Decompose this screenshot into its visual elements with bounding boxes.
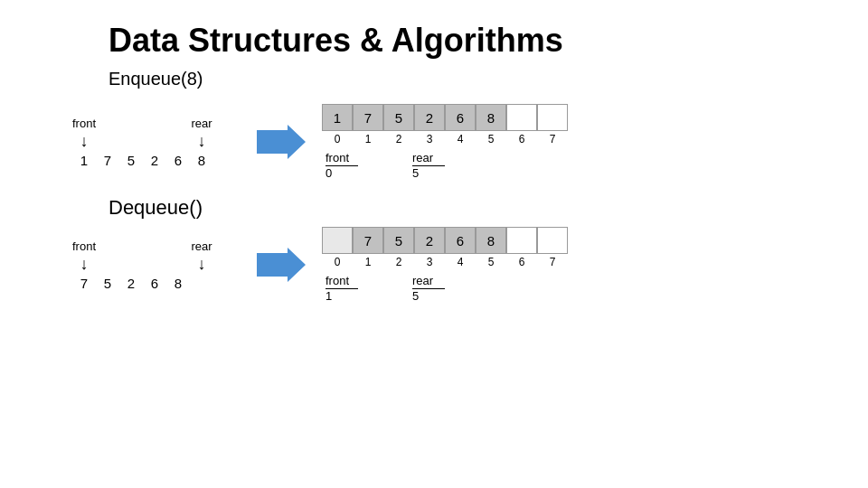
enqueue-rear-arrow: ↓ <box>190 132 213 151</box>
enqueue-idx-2: 2 <box>383 133 414 145</box>
enqueue-res-cell-6 <box>506 104 537 131</box>
dequeue-cell-1: 5 <box>96 276 119 291</box>
dequeue-res-cell-6 <box>506 227 537 254</box>
enqueue-front-label: front <box>72 117 96 130</box>
enqueue-arrows-row: ↓ ↓ <box>72 132 213 151</box>
enqueue-idx-3: 3 <box>414 133 445 145</box>
enqueue-res-cell-5: 8 <box>476 104 506 131</box>
dequeue-front-fr-val: 1 <box>326 289 332 303</box>
enqueue-front-fr-label: front <box>326 151 358 166</box>
dequeue-result-indexes: 0 1 2 3 4 5 6 7 <box>322 256 568 268</box>
enqueue-res-cell-7 <box>537 104 568 131</box>
dequeue-rear-fr: rear 5 <box>412 274 445 303</box>
enqueue-front-arrow: ↓ <box>72 132 96 151</box>
enqueue-rear-fr-val: 5 <box>412 166 419 180</box>
enqueue-res-cell-1: 7 <box>353 104 383 131</box>
enqueue-res-cell-3: 2 <box>414 104 445 131</box>
dequeue-idx-6: 6 <box>506 256 537 268</box>
dequeue-res-cell-1: 7 <box>353 227 383 254</box>
dequeue-fr-labels: front 1 rear 5 <box>326 274 445 303</box>
dequeue-front-fr-label: front <box>326 274 358 289</box>
enqueue-front-fr: front 0 <box>326 151 358 180</box>
dequeue-cell-3: 6 <box>143 276 166 291</box>
svg-marker-1 <box>257 248 306 282</box>
svg-marker-0 <box>257 125 306 159</box>
enqueue-input-diagram: front rear ↓ ↓ 1 7 5 2 6 8 <box>72 117 213 168</box>
enqueue-cell-3: 2 <box>143 153 166 168</box>
dequeue-label: Dequeue() <box>0 189 868 227</box>
dequeue-result-grid: 7 5 2 6 8 0 1 2 3 4 5 6 7 front 1 rear 5 <box>322 227 568 303</box>
enqueue-res-cell-0: 1 <box>322 104 353 131</box>
dequeue-front-arrow: ↓ <box>72 255 96 274</box>
enqueue-arrow-labels: front rear <box>72 117 213 130</box>
dequeue-rear-fr-val: 5 <box>412 289 419 303</box>
dequeue-arrow-labels: front rear <box>72 239 213 253</box>
enqueue-result-indexes: 0 1 2 3 4 5 6 7 <box>322 133 568 145</box>
dequeue-idx-4: 4 <box>445 256 476 268</box>
dequeue-rear-label: rear <box>190 239 213 253</box>
dequeue-rear-fr-label: rear <box>412 274 445 289</box>
enqueue-idx-1: 1 <box>353 133 383 145</box>
enqueue-cells: 1 7 5 2 6 8 <box>72 153 213 168</box>
enqueue-cell-4: 6 <box>166 153 190 168</box>
dequeue-cell-4: 8 <box>166 276 190 291</box>
page-title: Data Structures & Algorithms <box>0 0 868 69</box>
enqueue-res-cell-4: 6 <box>445 104 476 131</box>
enqueue-arrow-icon <box>257 125 306 159</box>
enqueue-idx-6: 6 <box>506 133 537 145</box>
enqueue-rear-fr: rear 5 <box>412 151 445 180</box>
enqueue-idx-7: 7 <box>537 133 568 145</box>
enqueue-rear-fr-label: rear <box>412 151 445 166</box>
dequeue-idx-1: 1 <box>353 256 383 268</box>
dequeue-arrow-icon <box>257 248 306 282</box>
enqueue-res-cell-2: 5 <box>383 104 414 131</box>
dequeue-idx-7: 7 <box>537 256 568 268</box>
dequeue-res-cell-3: 2 <box>414 227 445 254</box>
dequeue-res-cell-7 <box>537 227 568 254</box>
enqueue-cell-2: 5 <box>119 153 143 168</box>
dequeue-res-cell-2: 5 <box>383 227 414 254</box>
dequeue-res-cell-4: 6 <box>445 227 476 254</box>
enqueue-result-cells: 1 7 5 2 6 8 <box>322 104 568 131</box>
enqueue-idx-5: 5 <box>476 133 506 145</box>
dequeue-idx-3: 3 <box>414 256 445 268</box>
enqueue-front-fr-val: 0 <box>326 166 332 180</box>
enqueue-cell-1: 7 <box>96 153 119 168</box>
dequeue-input-diagram: front rear ↓ ↓ 7 5 2 6 8 <box>72 239 213 291</box>
dequeue-result-cells: 7 5 2 6 8 <box>322 227 568 254</box>
dequeue-front-label: front <box>72 239 96 253</box>
enqueue-cell-5: 8 <box>190 153 213 168</box>
enqueue-result-grid: 1 7 5 2 6 8 0 1 2 3 4 5 6 7 front 0 rear <box>322 104 568 180</box>
dequeue-cell-0: 7 <box>72 276 96 291</box>
dequeue-res-cell-0 <box>322 227 353 254</box>
enqueue-idx-0: 0 <box>322 133 353 145</box>
enqueue-cell-0: 1 <box>72 153 96 168</box>
dequeue-rear-arrow: ↓ <box>190 255 213 274</box>
dequeue-idx-2: 2 <box>383 256 414 268</box>
enqueue-label: Enqueue(8) <box>0 69 868 104</box>
dequeue-front-fr: front 1 <box>326 274 358 303</box>
dequeue-cells: 7 5 2 6 8 <box>72 276 190 291</box>
enqueue-fr-labels: front 0 rear 5 <box>326 151 445 180</box>
dequeue-idx-0: 0 <box>322 256 353 268</box>
dequeue-idx-5: 5 <box>476 256 506 268</box>
dequeue-arrows-row: ↓ ↓ <box>72 255 213 274</box>
enqueue-section: front rear ↓ ↓ 1 7 5 2 6 8 1 7 5 2 6 <box>0 104 868 180</box>
dequeue-section: front rear ↓ ↓ 7 5 2 6 8 7 5 2 6 8 <box>0 227 868 303</box>
dequeue-cell-2: 2 <box>119 276 143 291</box>
enqueue-idx-4: 4 <box>445 133 476 145</box>
dequeue-res-cell-5: 8 <box>476 227 506 254</box>
enqueue-rear-label: rear <box>190 117 213 130</box>
